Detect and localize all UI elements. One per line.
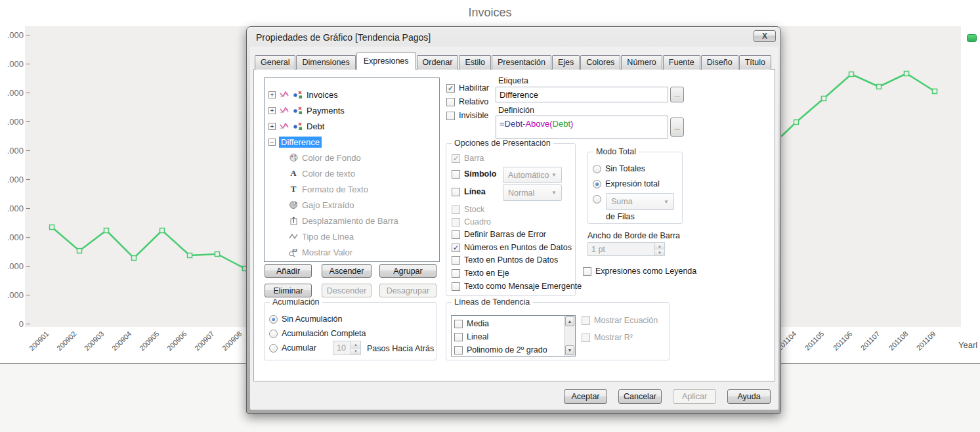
tab-presentacion[interactable]: Presentación bbox=[492, 55, 551, 70]
checkbox-texto-en-eje[interactable]: Texto en Eje bbox=[452, 269, 509, 278]
pasos-hacia-atras-label: Pasos Hacia Atrás bbox=[367, 344, 434, 353]
tree-item-difference[interactable]: − Difference bbox=[265, 134, 439, 150]
tab-dimensiones[interactable]: Dimensiones bbox=[296, 55, 355, 70]
expression-function-part: Above( bbox=[525, 119, 552, 129]
tree-item-invoices[interactable]: + Invoices bbox=[265, 87, 439, 102]
spin-up-icon[interactable]: ▲ bbox=[655, 243, 664, 249]
y-tick bbox=[26, 295, 30, 295]
tab-numero[interactable]: Número bbox=[621, 55, 662, 70]
chart-expression-icon bbox=[279, 106, 289, 115]
line-type-icon bbox=[288, 232, 299, 241]
legend-series-marker bbox=[967, 34, 977, 42]
y-tick bbox=[26, 237, 30, 238]
dropdown-suma: Suma▼ bbox=[606, 193, 674, 210]
spin-down-icon[interactable]: ▼ bbox=[351, 349, 360, 355]
dropdown-linea: Normal▼ bbox=[503, 184, 562, 201]
close-icon: X bbox=[762, 32, 767, 41]
y-tick bbox=[26, 64, 30, 64]
checkbox-box bbox=[452, 218, 460, 227]
ascender-button[interactable]: Ascender bbox=[322, 264, 372, 278]
checkbox-box bbox=[452, 282, 460, 291]
spin-down-icon[interactable]: ▼ bbox=[655, 249, 664, 255]
tab-fuente[interactable]: Fuente bbox=[663, 55, 700, 70]
collapse-icon[interactable]: − bbox=[268, 139, 276, 146]
y-tick bbox=[26, 93, 30, 93]
tab-colores[interactable]: Colores bbox=[580, 55, 620, 70]
trend-lines-list[interactable]: Media Lineal Polinomio de 2º grado ▲ ▼ bbox=[451, 315, 576, 356]
close-button[interactable]: X bbox=[754, 30, 776, 42]
tree-subitem-formato-de-texto[interactable]: T Formato de Texto bbox=[265, 181, 439, 197]
eliminar-button[interactable]: Eliminar bbox=[265, 284, 312, 297]
radio-expresion-total[interactable]: Expresión total bbox=[593, 179, 660, 188]
dialog-title: Propiedades de Gráfico [Tendencia Pagos] bbox=[256, 32, 431, 43]
radio-sin-totales[interactable]: Sin Totales bbox=[593, 164, 645, 173]
tab-diseno[interactable]: Diseño bbox=[701, 55, 738, 70]
checkbox-numeros-puntos-datos[interactable]: ✓ Números en Puntos de Datos bbox=[452, 243, 572, 252]
checkbox-box bbox=[446, 112, 455, 120]
checkbox-box bbox=[582, 334, 590, 342]
y-axis-label: .000 bbox=[0, 30, 30, 40]
y-axis-label: .000 bbox=[0, 174, 30, 184]
checkbox-texto-mensaje-emergente[interactable]: Texto como Mensaje Emergente bbox=[452, 282, 582, 291]
checkbox-box bbox=[452, 205, 460, 214]
checkbox-polinomio-2-grado[interactable]: Polinomio de 2º grado bbox=[454, 345, 547, 355]
radio-acumulacion-completa[interactable]: Acumulación Completa bbox=[269, 329, 366, 338]
desagrupar-button: Desagrupar bbox=[379, 284, 437, 297]
y-axis-label: .000 bbox=[0, 116, 30, 127]
expression-tree[interactable]: + Invoices + Payments + Debt − Differenc… bbox=[264, 77, 440, 262]
agrupar-button[interactable]: Agrupar bbox=[379, 264, 437, 278]
checkbox-media[interactable]: Media bbox=[454, 319, 489, 328]
checkbox-simbolo[interactable]: Símbolo bbox=[452, 169, 496, 179]
definicion-input[interactable]: =Debt-Above(Debt) bbox=[496, 116, 668, 139]
expand-icon[interactable]: + bbox=[268, 91, 276, 98]
tab-ejes[interactable]: Ejes bbox=[552, 55, 580, 70]
tree-subitem-desplazamiento-de-barra[interactable]: Desplazamiento de Barra bbox=[265, 213, 439, 228]
anadir-button[interactable]: Añadir bbox=[265, 264, 312, 278]
tree-subitem-gajo-extraido[interactable]: Gajo Extraído bbox=[265, 197, 439, 213]
y-axis-label: .000 bbox=[0, 290, 30, 300]
aceptar-button[interactable]: Aceptar bbox=[564, 389, 607, 404]
radio-acumular[interactable]: Acumular bbox=[269, 343, 316, 353]
chevron-down-icon: ▼ bbox=[551, 190, 557, 196]
tab-expresiones[interactable]: Expresiones bbox=[356, 53, 416, 70]
tab-estilo[interactable]: Estilo bbox=[459, 55, 491, 70]
tree-item-debt[interactable]: + Debt bbox=[265, 118, 439, 134]
radio-circle bbox=[593, 165, 601, 173]
tree-subitem-color-de-fondo[interactable]: Color de Fondo bbox=[265, 150, 439, 165]
checkbox-relativo[interactable]: Relativo bbox=[446, 97, 488, 106]
etiqueta-input[interactable]: Difference bbox=[496, 87, 668, 102]
checkbox-expresiones-como-leyenda[interactable]: Expresiones como Leyenda bbox=[583, 267, 696, 276]
checkbox-barra: ✓ Barra bbox=[452, 154, 484, 163]
radio-sin-acumulacion[interactable]: Sin Acumulación bbox=[269, 314, 342, 324]
trend-list-scrollbar[interactable]: ▲ ▼ bbox=[564, 316, 575, 356]
checkbox-texto-puntos-datos[interactable]: Texto en Puntos de Datos bbox=[452, 255, 558, 265]
tab-general[interactable]: General bbox=[255, 55, 295, 70]
tab-ordenar[interactable]: Ordenar bbox=[417, 55, 459, 70]
tree-subitem-color-de-texto[interactable]: A Color de texto bbox=[265, 165, 439, 181]
y-axis-label: 0 bbox=[0, 318, 30, 329]
checkbox-lineal[interactable]: Lineal bbox=[454, 332, 488, 341]
cancelar-button[interactable]: Cancelar bbox=[618, 389, 662, 404]
definicion-browse-button[interactable]: ... bbox=[670, 118, 684, 137]
expressions-tab-page: + Invoices + Payments + Debt − Differenc… bbox=[253, 69, 775, 381]
tree-subitem-mostrar-valor[interactable]: 42 Mostrar Valor bbox=[265, 244, 439, 260]
etiqueta-browse-button[interactable]: ... bbox=[670, 87, 684, 102]
show-value-icon: 42 bbox=[288, 248, 299, 257]
y-tick bbox=[26, 208, 30, 209]
tree-subitem-tipo-de-linea[interactable]: Tipo de Línea bbox=[265, 228, 439, 244]
checkbox-definir-barras-error[interactable]: Definir Barras de Error bbox=[452, 230, 546, 239]
expand-icon[interactable]: + bbox=[268, 107, 276, 114]
ayuda-button[interactable]: Ayuda bbox=[727, 389, 771, 404]
scroll-down-icon[interactable]: ▼ bbox=[565, 345, 574, 355]
expand-icon[interactable]: + bbox=[268, 123, 276, 130]
chart-expression-icon bbox=[279, 90, 289, 99]
checkbox-linea[interactable]: Línea bbox=[452, 187, 486, 196]
tab-titulo[interactable]: Título bbox=[739, 55, 771, 70]
tree-item-payments[interactable]: + Payments bbox=[265, 102, 439, 118]
spin-up-icon[interactable]: ▲ bbox=[351, 341, 360, 349]
checkbox-invisible[interactable]: Invisible bbox=[446, 111, 488, 120]
scroll-up-icon[interactable]: ▲ bbox=[565, 316, 574, 326]
checkbox-habilitar[interactable]: ✓ Habilitar bbox=[446, 83, 489, 93]
radio-suma-de-filas[interactable] bbox=[593, 195, 601, 204]
checkbox-box bbox=[454, 320, 463, 328]
